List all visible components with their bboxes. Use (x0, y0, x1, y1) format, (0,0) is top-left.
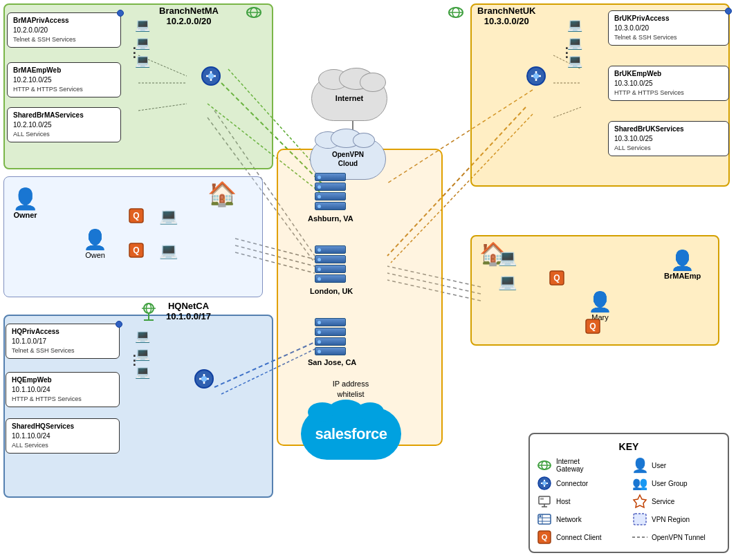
owen-connect-client-1: Q (128, 207, 145, 225)
branch-ma-gateway-icon (246, 4, 262, 22)
salesforce-ip-label: IP address whitelist (306, 379, 396, 400)
key-grid: InternetGateway 👤 User Connector (537, 458, 721, 545)
branch-uk-gateway-icon (448, 4, 464, 22)
key-network-icon (537, 512, 552, 527)
key-item-user-group: 👥 User Group (632, 476, 721, 491)
london-label: London, UK (310, 287, 353, 295)
br-uk-priv-access-box: BrUKPrivAccess 10.3.0.0/20 Telnet & SSH … (608, 10, 729, 46)
shared-br-uk-box: SharedBrUKServices 10.3.10.0/25 ALL Serv… (608, 121, 729, 156)
svg-rect-64 (634, 514, 646, 525)
key-item-host: Host (537, 494, 625, 509)
hq-laptops: 💻 💻 💻 (135, 328, 150, 380)
owner-home-icon: 🏠 (208, 180, 237, 207)
branch-net-uk-label: BranchNetUK 10.3.0.0/20 (477, 6, 536, 26)
shared-hq-box: SharedHQServices 10.1.10.0/24 ALL Servic… (6, 418, 120, 454)
sanjose-label: San Jose, CA (308, 358, 356, 366)
br-ma-priv-access-box: BrMAPrivAccess 10.2.0.0/20 Telnet & SSH … (7, 12, 121, 48)
hq-priv-access-box: HQPrivAccess 10.1.0.0/17 Telnet & SSH Se… (6, 324, 120, 359)
diagram-container: BranchNetMA 10.2.0.0/20 BrMAPrivAccess 1… (0, 0, 736, 560)
br-ma-emp-laptop-1: 💻 (498, 249, 517, 267)
svg-text:Q: Q (553, 273, 560, 283)
svg-rect-55 (539, 496, 550, 504)
key-openvpn-tunnel-icon (632, 530, 647, 545)
br-uk-emp-web-box: BrUKEmpWeb 10.3.10.0/25 HTTP & HTTPS Ser… (608, 66, 729, 101)
hq-gateway-icon (138, 302, 159, 324)
key-connect-client-icon: Q (537, 530, 552, 545)
svg-point-45 (201, 376, 207, 382)
branch-net-ma-label: BranchNetMA 10.2.0.0/20 (159, 6, 219, 26)
hq-net-ca-label: HQNetCA 10.1.0.0/17 (166, 301, 211, 321)
mary-user: 👤 Mary (588, 290, 612, 321)
key-item-connect-client: Q Connect Client (537, 530, 625, 545)
region-openvpn (277, 149, 443, 446)
key-title: KEY (537, 441, 721, 452)
br-ma-emp-connect-client: Q (549, 270, 565, 288)
ashburn-label: Ashburn, VA (308, 214, 353, 223)
key-box: KEY InternetGateway 👤 User (528, 433, 729, 553)
key-item-gateway: InternetGateway (537, 458, 625, 473)
sanjose-servers (315, 318, 346, 355)
key-user-group-icon: 👥 (632, 476, 647, 491)
svg-point-34 (533, 73, 539, 79)
green-connector (201, 66, 221, 88)
london-servers (315, 245, 346, 283)
uk-laptops: 💻 💻 💻 (567, 17, 582, 68)
svg-text:Q: Q (589, 321, 596, 331)
key-item-service: Service (632, 494, 721, 509)
svg-rect-56 (540, 498, 544, 500)
svg-text:Q: Q (133, 211, 139, 221)
sf-bump-3 (356, 402, 384, 420)
owen-user: 👤 Owen (83, 228, 107, 259)
ashburn-servers (315, 173, 346, 210)
mary-connect-client: Q (585, 318, 601, 336)
key-vpn-region-icon (632, 512, 647, 527)
key-item-network: Network (537, 512, 625, 527)
key-user-icon: 👤 (632, 458, 647, 473)
svg-point-29 (208, 73, 214, 79)
svg-text:Q: Q (542, 533, 548, 541)
key-item-openvpn-tunnel: OpenVPN Tunnel (632, 530, 721, 545)
svg-point-63 (540, 515, 542, 517)
svg-point-54 (542, 481, 546, 485)
svg-text:Q: Q (133, 245, 139, 255)
key-item-user: 👤 User (632, 458, 721, 473)
key-host-icon (537, 494, 552, 509)
cloud-bump-3 (360, 73, 386, 92)
br-ma-emp-web-box: BrMAEmpWeb 10.2.10.0/25 HTTP & HTTPS Ser… (7, 62, 121, 97)
green-laptops: 💻 💻 💻 (135, 17, 150, 68)
owen-connect-client-2: Q (128, 242, 145, 260)
hq-connector (194, 368, 214, 391)
hq-emp-web-box: HQEmpWeb 10.1.10.0/24 HTTP & HTTPS Servi… (6, 372, 120, 407)
key-service-icon (632, 494, 647, 509)
br-ma-emp-laptop-2: 💻 (498, 273, 517, 291)
key-item-vpn-region: VPN Region (632, 512, 721, 527)
openvpn-cloud-bump-3 (353, 133, 375, 148)
key-connector-icon (537, 476, 552, 491)
uk-connector (526, 66, 546, 88)
owner-user: 👤 Owner (12, 187, 38, 219)
shared-br-ma-box: SharedBrMAServices 10.2.10.0/25 ALL Serv… (7, 107, 121, 142)
key-item-connector: Connector (537, 476, 625, 491)
br-ma-emp-user: 👤 BrMAEmp (664, 249, 701, 280)
owen-laptop: 💻 (159, 242, 178, 260)
key-gateway-icon (537, 458, 552, 473)
owner-laptop: 💻 (159, 207, 178, 225)
